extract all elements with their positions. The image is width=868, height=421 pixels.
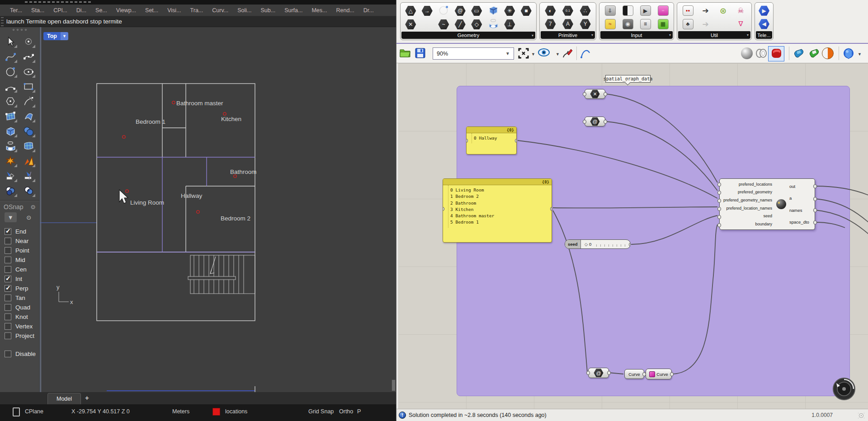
- input-port[interactable]: prefered_location_names: [720, 206, 772, 210]
- gh-canvas[interactable]: spatial_graph_data ✕ @ {0} 0 Hallway {0}…: [398, 63, 868, 409]
- checkbox[interactable]: [5, 228, 11, 235]
- gumball-icon[interactable]: [822, 47, 834, 59]
- shaded-preview-icon[interactable]: [770, 47, 783, 59]
- command-grip[interactable]: [1, 17, 4, 26]
- seven-icon[interactable]: 7: [545, 19, 556, 29]
- osnap-row[interactable]: End: [5, 227, 39, 236]
- brep-icon[interactable]: ■: [520, 5, 532, 16]
- interpolate-curve-icon[interactable]: [21, 49, 36, 63]
- paint-yellow-icon[interactable]: ≈: [605, 19, 616, 29]
- bw-panel-icon[interactable]: [623, 5, 633, 16]
- rectangle-icon[interactable]: [21, 79, 36, 93]
- component-close[interactable]: ✕: [585, 89, 605, 99]
- command-line[interactable]: launch Termite open dashbord stop termit…: [0, 16, 396, 27]
- component-curve-util[interactable]: @: [585, 117, 605, 126]
- checkbox[interactable]: [5, 295, 11, 301]
- menu-item[interactable]: Viewp...: [112, 6, 141, 15]
- cherries-icon[interactable]: ●●: [683, 5, 693, 16]
- explode-icon[interactable]: [3, 154, 18, 168]
- handle-curve-icon[interactable]: [21, 94, 36, 108]
- menu-item[interactable]: Sta...: [27, 6, 49, 15]
- osnap-row[interactable]: Quad: [5, 303, 39, 312]
- letter-a-icon[interactable]: A: [562, 19, 573, 29]
- branch-icon[interactable]: Y: [580, 19, 591, 29]
- checkbox[interactable]: [5, 247, 11, 254]
- checkbox[interactable]: [5, 266, 11, 273]
- checkbox[interactable]: [5, 257, 11, 263]
- curve-icon[interactable]: ~: [438, 19, 449, 30]
- input-port[interactable]: boundary: [720, 222, 772, 226]
- chevron-down-icon[interactable]: ▼: [531, 52, 535, 56]
- boolean-difference-icon[interactable]: [21, 183, 36, 197]
- output-port[interactable]: out: [789, 184, 815, 189]
- graph-points-icon[interactable]: ∴: [580, 5, 591, 16]
- panel-drag-dots[interactable]: [0, 27, 39, 33]
- tree-icon[interactable]: ♣: [683, 19, 693, 29]
- green-bake-icon[interactable]: [808, 47, 821, 59]
- close-x-icon[interactable]: ✕: [405, 19, 416, 30]
- chevron-down-icon[interactable]: ▼: [858, 52, 862, 56]
- component-curve-util-2[interactable]: @: [588, 368, 609, 378]
- arc-icon[interactable]: [3, 79, 18, 93]
- arrow-dark-icon[interactable]: ➔: [700, 5, 711, 16]
- wireframe-preview-icon[interactable]: [755, 47, 768, 59]
- flask-icon[interactable]: ∇: [736, 19, 746, 29]
- units-button[interactable]: Meters: [172, 408, 189, 415]
- tab-model[interactable]: Model: [47, 393, 81, 404]
- tab-input[interactable]: Input▾: [600, 31, 673, 39]
- node-triangle-icon[interactable]: △: [405, 5, 416, 16]
- surface-sweep-icon[interactable]: [21, 109, 36, 123]
- boolean-union-icon[interactable]: [3, 183, 18, 197]
- zoom-select[interactable]: 90%▼: [433, 47, 514, 60]
- osnap-row[interactable]: Mid: [5, 255, 39, 265]
- runner-icon[interactable]: ▶: [640, 5, 651, 16]
- grid-snap-toggle[interactable]: Grid Snap: [308, 408, 334, 415]
- polygon-icon[interactable]: [3, 94, 18, 108]
- skull-icon[interactable]: ☠: [736, 5, 746, 16]
- param-curve-2[interactable]: Curve: [646, 369, 672, 379]
- hops-icon[interactable]: ⊛: [718, 5, 729, 16]
- open-file-button[interactable]: [399, 47, 411, 58]
- list-lines-icon[interactable]: ≡: [640, 19, 651, 29]
- half-circle-icon[interactable]: ◐: [545, 5, 556, 16]
- panel-hallway[interactable]: {0} 0 Hallway: [466, 126, 517, 154]
- circle-icon[interactable]: [438, 4, 449, 18]
- checkbox[interactable]: [5, 238, 11, 244]
- checkbox[interactable]: [5, 285, 11, 292]
- surface-points-icon[interactable]: [3, 109, 18, 123]
- knob-icon[interactable]: ◉: [623, 19, 633, 29]
- vector-arrow-icon[interactable]: →: [421, 5, 433, 16]
- display-sphere-icon[interactable]: [842, 47, 855, 60]
- osnap-row[interactable]: Project: [5, 331, 39, 341]
- menu-item[interactable]: Soli...: [233, 6, 256, 15]
- box-icon[interactable]: [487, 4, 499, 18]
- cplane-button[interactable]: CPlane: [25, 408, 43, 415]
- blue-bake-icon[interactable]: [793, 47, 805, 59]
- viewport-label[interactable]: Top: [43, 32, 61, 40]
- preview-off-icon[interactable]: [741, 47, 753, 59]
- menu-item[interactable]: Surfa...: [280, 6, 307, 15]
- snowflake-icon[interactable]: ✳: [504, 5, 515, 16]
- spiral-icon[interactable]: @: [454, 5, 466, 16]
- trim-icon[interactable]: [3, 168, 18, 182]
- output-port[interactable]: space_dto: [789, 220, 815, 225]
- ortho-toggle[interactable]: Ortho: [339, 408, 353, 415]
- input-port[interactable]: prefered_geometry: [720, 190, 772, 194]
- menu-item[interactable]: Ter...: [5, 6, 27, 15]
- osnap-point-icon[interactable]: ⊙: [23, 212, 35, 222]
- output-port[interactable]: names: [789, 208, 815, 213]
- osnap-row[interactable]: Cen: [5, 265, 39, 274]
- diamond-icon[interactable]: ◇: [471, 19, 482, 30]
- curve-tool-icon[interactable]: [580, 47, 592, 59]
- menu-item[interactable]: Mes...: [307, 6, 331, 15]
- group-name-tag[interactable]: spatial_graph_data: [605, 75, 651, 83]
- slider-grip-icon[interactable]: ◇: [585, 242, 588, 247]
- component-spatial-graph[interactable]: prefered_locationsprefered_geometryprefe…: [719, 178, 815, 230]
- sphere-icon[interactable]: [21, 124, 36, 138]
- add-layout-button[interactable]: +: [85, 394, 89, 402]
- resize-grip[interactable]: [858, 413, 864, 418]
- plane-icon[interactable]: ▭: [471, 5, 482, 16]
- tab-primitive[interactable]: Primitive▾: [541, 31, 595, 39]
- point-icon[interactable]: [21, 34, 36, 48]
- input-port[interactable]: seed: [720, 214, 772, 218]
